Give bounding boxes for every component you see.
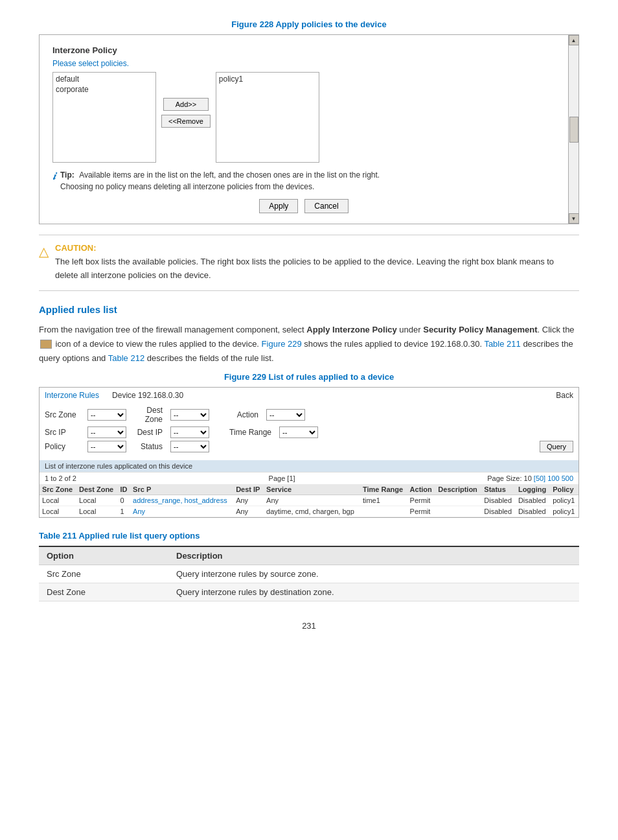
caution-section: △ CAUTION: The left box lists the availa… — [39, 235, 579, 291]
table-row: Dest ZoneQuery interzone rules by destin… — [39, 583, 579, 601]
col-logging: Logging — [516, 484, 550, 495]
tip-text2: Choosing no policy means deleting all in… — [60, 182, 314, 191]
selected-policies-list[interactable]: policy1 — [216, 72, 319, 163]
records-count: 1 to 2 of 2 — [45, 474, 76, 482]
table211-title: Table 211 Applied rule list query option… — [39, 531, 579, 541]
body-text-4: icon of a device to view the rules appli… — [53, 339, 262, 349]
policy-select[interactable]: -- — [87, 441, 126, 452]
cancel-button[interactable]: Cancel — [304, 199, 348, 213]
table212-link[interactable]: Table 212 — [108, 353, 144, 363]
available-policies-list[interactable]: default corporate — [52, 72, 156, 163]
table-row: LocalLocal0address_range, host_addressAn… — [40, 495, 578, 506]
action-label: Action — [226, 410, 258, 419]
query-row-2: Src IP -- Dest IP -- Time Range -- — [45, 426, 573, 438]
col-policy: Policy — [550, 484, 578, 495]
list-item-policy1: policy1 — [218, 74, 317, 84]
src-ip-select[interactable]: -- — [87, 426, 126, 438]
caution-title: CAUTION: — [55, 243, 579, 253]
col-description-header: Description — [168, 546, 579, 565]
apply-cancel-row: Apply Cancel — [52, 199, 555, 213]
src-ip-label: Src IP — [45, 428, 84, 437]
bold-apply-interzone: Apply Interzone Policy — [306, 325, 396, 334]
figure229-link[interactable]: Figure 229 — [262, 339, 302, 349]
list-item-default: default — [54, 74, 154, 84]
query-form: Src Zone -- Dest Zone -- Action -- Src I… — [40, 402, 578, 458]
figure228-box: Interzone Policy Please select policies.… — [39, 34, 579, 224]
scroll-down-arrow[interactable]: ▼ — [569, 213, 579, 224]
icon-placeholder — [40, 340, 52, 349]
col-dest-zone: Dest Zone — [76, 484, 117, 495]
col-service: Service — [264, 484, 360, 495]
tip-label: Tip: — [60, 170, 74, 180]
interzone-rules-label: Interzone Rules — [45, 391, 99, 400]
dest-zone-select[interactable]: -- — [170, 409, 209, 421]
bold-security-policy: Security Policy Management — [423, 325, 537, 334]
list-header-bar: List of interzone rules applicated on th… — [40, 460, 578, 472]
time-range-select[interactable]: -- — [279, 426, 318, 438]
figure229-title: Figure 229 List of rules applied to a de… — [39, 372, 579, 382]
page-size-info: Page Size: 10 [50] 100 500 — [487, 474, 573, 482]
body-text-5: shows the rules applied to device 192.16… — [302, 339, 485, 349]
status-select[interactable]: -- — [170, 441, 209, 452]
col-src-p: Src P — [130, 484, 233, 495]
dest-ip-select[interactable]: -- — [170, 426, 209, 438]
remove-button[interactable]: <<Remove — [161, 115, 211, 128]
fig229-header-left: Interzone Rules Device 192.168.0.30 — [45, 391, 183, 400]
apply-button[interactable]: Apply — [259, 199, 298, 213]
caution-text: The left box lists the available policie… — [55, 255, 579, 283]
tip-section: 𝑖 Tip: Available items are in the list o… — [52, 169, 555, 192]
applied-rules-body: From the navigation tree of the firewall… — [39, 323, 579, 366]
col-option-header: Option — [39, 546, 168, 565]
policy-label: Policy — [45, 442, 84, 451]
body-text-1: From the navigation tree of the firewall… — [39, 325, 306, 334]
please-select-label: Please select policies. — [52, 59, 555, 68]
figure229-box: Interzone Rules Device 192.168.0.30 Back… — [39, 387, 579, 518]
col-dest-ip: Dest IP — [233, 484, 264, 495]
table-row: LocalLocal1AnyAnydaytime, cmd, chargen, … — [40, 506, 578, 517]
src-zone-select[interactable]: -- — [87, 409, 126, 421]
add-button[interactable]: Add>> — [163, 98, 209, 111]
rules-table: Src Zone Dest Zone ID Src P Dest IP Serv… — [40, 484, 578, 517]
scroll-thumb[interactable] — [569, 117, 578, 143]
interzone-policy-title: Interzone Policy — [52, 45, 555, 55]
dest-ip-label: Dest IP — [130, 428, 163, 437]
col-status: Status — [481, 484, 516, 495]
device-ip-label: Device 192.168.0.30 — [112, 391, 183, 400]
tip-text: Tip: Available items are in the list on … — [60, 169, 380, 192]
query-row-1: Src Zone -- Dest Zone -- Action -- — [45, 406, 573, 424]
page-indicator: Page [1] — [269, 474, 295, 482]
col-id: ID — [117, 484, 130, 495]
body-text-7: describes the fields of the rule list. — [144, 353, 273, 363]
page-content: Figure 228 Apply policies to the device … — [0, 0, 618, 657]
col-description: Description — [435, 484, 481, 495]
tip-text1: Available items are in the list on the l… — [79, 170, 380, 180]
dest-zone-label: Dest Zone — [130, 406, 163, 424]
action-select[interactable]: -- — [266, 409, 305, 421]
list-item-corporate: corporate — [54, 84, 154, 95]
fig229-header: Interzone Rules Device 192.168.0.30 Back — [40, 388, 578, 402]
query-button[interactable]: Query — [540, 441, 573, 452]
col-action: Action — [407, 484, 436, 495]
applied-rules-heading: Applied rules list — [39, 304, 579, 315]
status-label: Status — [130, 442, 163, 451]
figure228-title: Figure 228 Apply policies to the device — [39, 19, 579, 29]
body-text-3: . Click the — [538, 325, 575, 334]
page-number: 231 — [39, 621, 579, 631]
add-remove-buttons: Add>> <<Remove — [161, 72, 211, 154]
src-zone-label: Src Zone — [45, 410, 84, 419]
tip-icon: 𝑖 — [52, 170, 55, 192]
time-range-label: Time Range — [226, 428, 271, 437]
table-row: Src ZoneQuery interzone rules by source … — [39, 565, 579, 583]
figure228-content: Interzone Policy Please select policies.… — [40, 35, 568, 224]
scroll-thumb-area — [569, 45, 578, 213]
scroll-up-arrow[interactable]: ▲ — [569, 35, 579, 45]
scrollbar[interactable]: ▲ ▼ — [568, 35, 578, 224]
back-button[interactable]: Back — [556, 391, 573, 400]
body-text-2: under — [397, 325, 423, 334]
table211-link[interactable]: Table 211 — [484, 339, 520, 349]
page-info-bar: 1 to 2 of 2 Page [1] Page Size: 10 [50] … — [40, 472, 578, 484]
caution-content: CAUTION: The left box lists the availabl… — [55, 243, 579, 283]
caution-triangle-icon: △ — [39, 244, 49, 283]
table211: Option Description Src ZoneQuery interzo… — [39, 546, 579, 601]
col-src-zone: Src Zone — [40, 484, 76, 495]
